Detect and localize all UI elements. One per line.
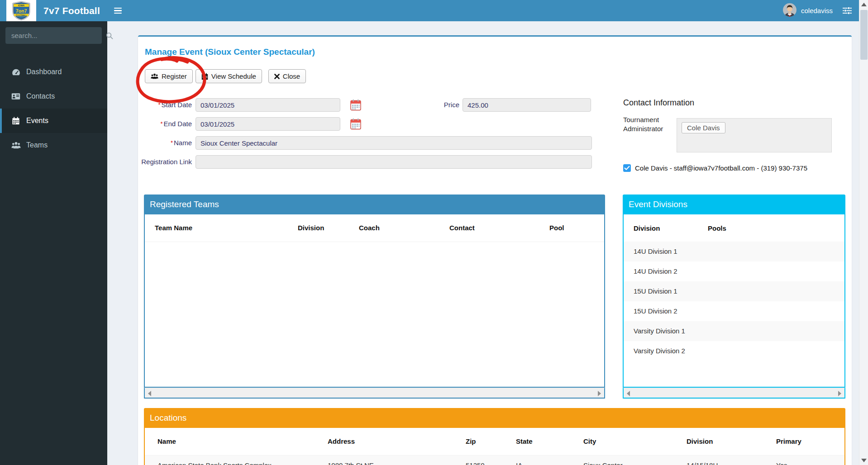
sliders-icon[interactable]: [843, 7, 852, 14]
staff-contact-label: Cole Davis - staff@iowa7v7football.com -…: [635, 164, 807, 172]
page-title: Manage Event (Sioux Center Spectacular): [145, 47, 315, 57]
price-label: Price: [409, 98, 459, 112]
admin-chip[interactable]: Cole Davis: [682, 122, 725, 133]
scroll-down-arrow-icon[interactable]: [861, 459, 867, 462]
calendar-icon: [10, 117, 22, 125]
register-button[interactable]: Register: [145, 69, 193, 83]
locations-tbody: American State Bank Sports Complex1080 7…: [145, 455, 844, 465]
locations-header: Locations: [144, 408, 845, 428]
division-row[interactable]: 14U Division 2: [624, 261, 844, 281]
page-vertical-scrollbar[interactable]: [859, 0, 868, 465]
name-input[interactable]: [196, 136, 592, 150]
end-date-label: *End Date: [138, 117, 192, 131]
division-row[interactable]: Varsity Division 2: [624, 341, 844, 361]
dashboard-icon: [10, 68, 22, 76]
brand: IOWA 7on7 FOOTBALL 7v7 Football: [0, 0, 107, 21]
name-label: *Name: [138, 136, 192, 150]
main-content: Manage Event (Sioux Center Spectacular) …: [107, 21, 859, 465]
division-row[interactable]: 15U Division 1: [624, 281, 844, 301]
users-icon: [151, 73, 158, 79]
scrollbar-thumb[interactable]: [860, 10, 868, 60]
end-date-calendar-icon[interactable]: [350, 118, 361, 130]
sidebar-nav: Dashboard Contacts Events Teams: [0, 60, 107, 157]
staff-contact-checkbox[interactable]: [623, 164, 631, 172]
start-date-label: *Start Date: [138, 98, 192, 112]
user-menu[interactable]: coledaviss: [783, 3, 833, 18]
contacts-icon: [10, 93, 22, 100]
tournament-administrator-label: Tournament Administrator: [623, 115, 674, 133]
sidebar-item-teams[interactable]: Teams: [0, 133, 107, 157]
sidebar-item-contacts[interactable]: Contacts: [0, 84, 107, 109]
users-icon: [10, 142, 22, 149]
svg-text:FOOTBALL: FOOTBALL: [16, 14, 27, 16]
sidebar: IOWA 7on7 FOOTBALL 7v7 Football Dashboar…: [0, 0, 107, 465]
division-row[interactable]: 14U Division 1: [624, 242, 844, 261]
sidebar-item-events[interactable]: Events: [0, 109, 107, 133]
iowa-7on7-logo: IOWA 7on7 FOOTBALL: [6, 0, 36, 21]
location-row[interactable]: American State Bank Sports Complex1080 7…: [145, 455, 844, 465]
toolbar: Register View Schedule Close: [145, 69, 306, 83]
iowa-7on7-badge-icon: IOWA 7on7 FOOTBALL: [8, 1, 34, 20]
event-divisions-panel: Event Divisions Division Pools 14U Divis…: [623, 195, 845, 399]
top-navbar: coledaviss: [107, 0, 859, 21]
registration-link-input[interactable]: [196, 155, 592, 169]
manage-event-card: Manage Event (Sioux Center Spectacular) …: [138, 35, 852, 465]
division-row[interactable]: 15U Division 2: [624, 301, 844, 321]
username: coledaviss: [801, 7, 833, 14]
locations-columns: Name Address Zip State City Division Pri…: [145, 428, 844, 455]
contact-information-heading: Contact Information: [623, 98, 694, 108]
app-title: 7v7 Football: [43, 5, 100, 16]
locations-panel: Locations Name Address Zip State City Di…: [144, 408, 845, 465]
division-row[interactable]: Varsity Division 1: [624, 321, 844, 341]
event-divisions-columns: Division Pools: [624, 214, 844, 242]
view-schedule-button[interactable]: View Schedule: [196, 69, 262, 83]
registered-teams-hscrollbar[interactable]: [144, 388, 605, 399]
calendar-icon: [201, 73, 208, 80]
svg-text:IOWA: IOWA: [18, 4, 25, 7]
division-list: 14U Division 114U Division 215U Division…: [624, 242, 844, 361]
registered-teams-columns: Team Name Division Coach Contact Pool: [145, 214, 604, 242]
avatar: [783, 3, 796, 18]
event-divisions-hscrollbar[interactable]: [623, 388, 845, 399]
price-input[interactable]: [463, 98, 591, 112]
registration-link-label: Registration Link: [138, 155, 192, 169]
svg-text:7on7: 7on7: [16, 8, 27, 14]
scroll-up-arrow-icon[interactable]: [861, 3, 867, 6]
search-input[interactable]: [5, 32, 106, 39]
close-button[interactable]: Close: [268, 69, 306, 83]
registered-teams-header: Registered Teams: [144, 195, 605, 214]
event-divisions-header: Event Divisions: [623, 195, 845, 214]
x-icon: [274, 74, 280, 79]
sidebar-item-dashboard[interactable]: Dashboard: [0, 60, 107, 84]
staff-contact-row: Cole Davis - staff@iowa7v7football.com -…: [623, 164, 807, 172]
search-icon[interactable]: [106, 32, 113, 39]
start-date-input[interactable]: [196, 98, 340, 112]
sidebar-search[interactable]: [5, 27, 102, 44]
end-date-input[interactable]: [196, 117, 340, 131]
start-date-calendar-icon[interactable]: [350, 99, 361, 111]
hamburger-icon[interactable]: [107, 0, 128, 21]
registered-teams-panel: Registered Teams Team Name Division Coac…: [144, 195, 605, 399]
tournament-administrator-box: Cole Davis: [677, 118, 832, 152]
